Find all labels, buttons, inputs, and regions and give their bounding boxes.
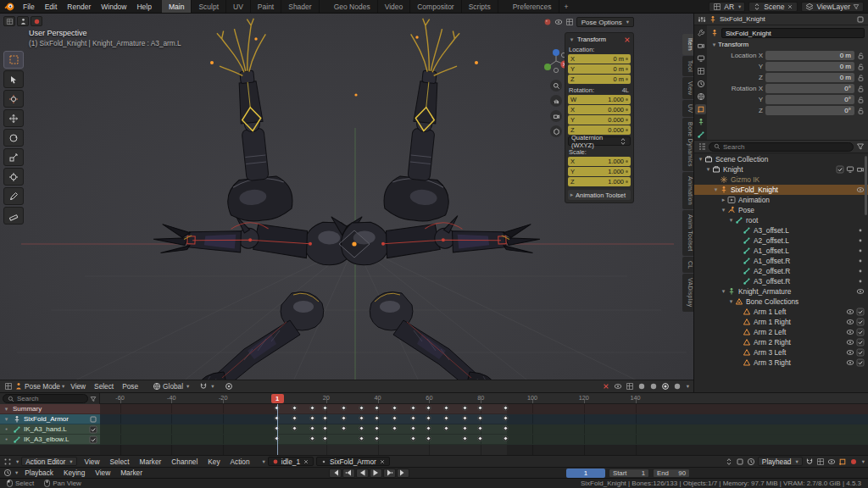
menu-help[interactable]: Help xyxy=(131,3,156,11)
outliner-row-a3-offset-r[interactable]: A3_offset.R xyxy=(694,276,868,286)
menu-render[interactable]: Render xyxy=(62,3,96,11)
transform-panel-header[interactable]: ▾Transform xyxy=(710,41,865,48)
ar-dropdown[interactable]: AR▾ xyxy=(709,2,745,12)
workspace-tab-paint[interactable]: Paint xyxy=(251,0,281,13)
track-ik-a3-hand-l[interactable] xyxy=(100,424,868,435)
action-menu-channel[interactable]: Channel xyxy=(166,458,203,466)
play-button[interactable] xyxy=(370,469,382,478)
current-frame-field[interactable]: 1 xyxy=(566,469,605,478)
outliner-scrollbar[interactable] xyxy=(865,156,867,215)
eye-icon[interactable] xyxy=(856,287,865,296)
keyframe[interactable] xyxy=(392,415,398,421)
keyframe[interactable] xyxy=(461,425,467,431)
menu-edit[interactable]: Edit xyxy=(40,3,63,11)
blender-logo-icon[interactable] xyxy=(4,2,14,12)
action-menu-select[interactable]: Select xyxy=(104,458,134,466)
channel-ik-a3-elbow-l[interactable]: •IK_A3_elbow.L xyxy=(0,435,100,445)
workspace-tab-geo-nodes[interactable]: Geo Nodes xyxy=(327,0,378,13)
proportional-edit-toggle[interactable] xyxy=(225,382,233,391)
lock-open-icon[interactable] xyxy=(857,107,865,115)
rotation-mode-dropdown[interactable]: Quaternion (WXYZ) xyxy=(568,136,631,146)
viewport-menu-select[interactable]: Select xyxy=(90,382,118,391)
location-z-field[interactable]: Z0 m xyxy=(568,75,631,84)
playback-menu-view[interactable]: View xyxy=(90,469,115,477)
workspace-tab-sculpt[interactable]: Sculpt xyxy=(192,0,226,13)
eye-icon[interactable] xyxy=(614,382,622,391)
action-slot-field[interactable]: SixFold_Armor xyxy=(316,457,390,466)
outliner-editor-icon[interactable] xyxy=(698,142,706,151)
unlink-icon[interactable] xyxy=(787,3,793,10)
keyframe[interactable] xyxy=(461,415,467,421)
eye-icon[interactable] xyxy=(846,308,854,316)
outliner-row-a2-offset-r[interactable]: A2_offset.R xyxy=(694,266,868,276)
playhead-dropdown[interactable]: Playhead▾ xyxy=(758,457,803,466)
dot-icon[interactable] xyxy=(856,226,865,235)
record-icon[interactable] xyxy=(849,458,858,466)
prop-field-rotation-x[interactable]: 0° xyxy=(765,84,854,93)
properties-tab-armature-green[interactable] xyxy=(695,117,706,127)
prop-field-location-x[interactable]: 0 m xyxy=(765,51,854,60)
camera-view-icon[interactable] xyxy=(550,110,562,122)
keyframe[interactable] xyxy=(461,435,467,441)
sidebar-tab-vadisplay[interactable]: VADisplay xyxy=(682,274,693,311)
outliner-row-a2-offset-l[interactable]: A2_offset.L xyxy=(694,236,868,246)
select-box-tool[interactable] xyxy=(3,51,24,69)
sidebar-tab-uv[interactable]: UV xyxy=(682,100,693,117)
action-menu-action[interactable]: Action xyxy=(225,458,255,466)
keyframe[interactable] xyxy=(309,415,315,421)
viewport-menu-view[interactable]: View xyxy=(66,382,90,391)
keyframe[interactable] xyxy=(359,405,364,411)
lock-open-icon[interactable] xyxy=(857,85,865,93)
grid-icon[interactable] xyxy=(626,382,634,391)
keyframe[interactable] xyxy=(322,415,328,421)
channel-summary[interactable]: ▾Summary xyxy=(0,404,100,414)
pin-icon[interactable] xyxy=(89,415,97,424)
outliner-row-root[interactable]: ▾root xyxy=(694,215,868,225)
keyframe[interactable] xyxy=(359,435,364,441)
track-summary[interactable] xyxy=(100,404,868,414)
jump-to-end-button[interactable] xyxy=(397,469,409,478)
x_red-icon[interactable] xyxy=(623,36,632,44)
track-sixfold-armor[interactable] xyxy=(100,414,868,424)
outliner-row-arm-3-left[interactable]: Arm 3 Left xyxy=(694,347,868,358)
keyframe[interactable] xyxy=(410,415,416,421)
editor-mode-dropdown[interactable]: Action Editor▾ xyxy=(21,457,76,466)
add-workspace-button[interactable]: + xyxy=(559,3,574,11)
playback-menu-keying[interactable]: Keying xyxy=(58,469,90,477)
prop-field-y[interactable]: 0 m xyxy=(765,62,854,71)
channel-search-input[interactable]: Search xyxy=(3,394,88,403)
action-name-field[interactable]: idle_1 xyxy=(268,457,314,466)
pin-icon[interactable] xyxy=(736,458,744,466)
outliner-row-gizmo-ik[interactable]: Gizmo IK xyxy=(694,175,868,185)
cursor-tool[interactable] xyxy=(3,70,24,88)
keyframe[interactable] xyxy=(374,405,380,411)
animation-toolset-panel[interactable]: ▸Animation Toolset xyxy=(568,190,631,200)
sidebar-tab-cl[interactable]: CL xyxy=(682,257,693,274)
scale-x-field[interactable]: X1.000 xyxy=(568,157,631,166)
annotate-tool[interactable] xyxy=(3,187,24,205)
magnet-icon[interactable] xyxy=(805,458,814,466)
sphere_ring-icon[interactable] xyxy=(661,382,670,391)
x_red-icon[interactable] xyxy=(602,382,610,391)
keyframe[interactable] xyxy=(374,435,380,441)
transform-panel-header[interactable]: ▾Transform xyxy=(568,36,631,43)
keyframe[interactable] xyxy=(341,405,347,411)
keyframe[interactable] xyxy=(374,425,380,431)
action-menu-view[interactable]: View xyxy=(80,458,105,466)
eye-icon[interactable] xyxy=(846,358,854,367)
camera-icon[interactable] xyxy=(856,165,865,174)
dot-icon[interactable] xyxy=(856,277,865,286)
workspace-tab-shader[interactable]: Shader xyxy=(281,0,319,13)
workspace-tab-uv[interactable]: UV xyxy=(226,0,251,13)
scale-y-field[interactable]: Y1.000 xyxy=(568,167,631,176)
properties-tab-wrench[interactable] xyxy=(695,28,706,38)
jump-to-start-button[interactable] xyxy=(329,469,342,478)
check-icon[interactable] xyxy=(856,348,865,357)
menu-window[interactable]: Window xyxy=(96,3,131,11)
sphere-icon[interactable] xyxy=(637,382,646,391)
channel-ik-a3-hand-l[interactable]: •IK_A3_hand.L xyxy=(0,424,100,435)
scale-z-field[interactable]: Z1.000 xyxy=(568,177,631,186)
outliner-row-arm-1-right[interactable]: Arm 1 Right xyxy=(694,317,868,327)
keyframe[interactable] xyxy=(341,425,347,431)
lock-open-icon[interactable] xyxy=(857,74,865,82)
